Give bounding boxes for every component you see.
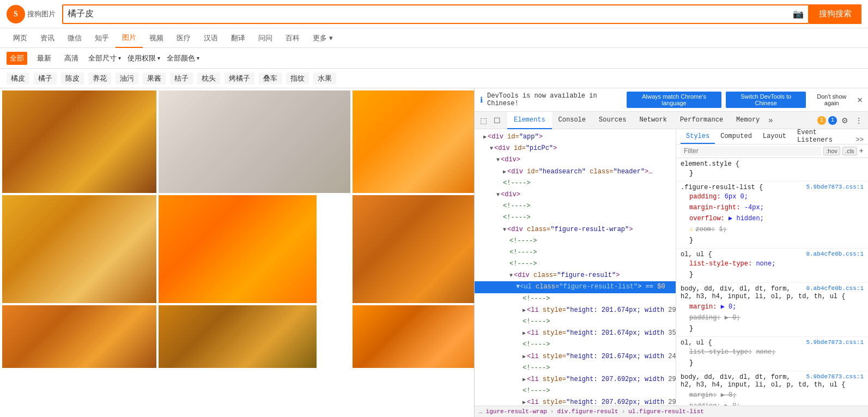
- el-comment-9[interactable]: <!---->: [475, 339, 676, 350]
- dont-show-button[interactable]: Don't show again: [810, 93, 853, 106]
- el-div-app[interactable]: ▶<div id="app">: [475, 131, 676, 143]
- tag-5[interactable]: 果酱 352.09 × 201.67: [143, 72, 166, 84]
- image-item[interactable]: [2, 90, 156, 193]
- image-item[interactable]: [159, 90, 350, 193]
- switch-language-button[interactable]: Switch DevTools to Chinese: [726, 92, 806, 108]
- filter-latest[interactable]: 最新: [34, 52, 54, 65]
- tag-0[interactable]: 橘皮: [7, 72, 29, 84]
- css-source[interactable]: 0.ab4cfe0b.css:1: [806, 251, 864, 258]
- more-options-icon[interactable]: ⋮: [853, 115, 865, 126]
- settings-icon[interactable]: ⚙: [839, 115, 851, 126]
- el-comment-6[interactable]: <!---->: [475, 258, 676, 270]
- search-input[interactable]: 橘子皮: [63, 9, 788, 19]
- breadcrumb-ul-figure-result-list[interactable]: ul.figure-result-list: [628, 408, 704, 415]
- el-div-figure-result[interactable]: ▼<div class="figure-result">: [475, 270, 676, 281]
- image-item[interactable]: [353, 90, 474, 193]
- el-comment-2[interactable]: <!---->: [475, 201, 676, 212]
- subtab-computed[interactable]: Computed: [715, 130, 757, 144]
- search-button[interactable]: 搜狗搜索: [809, 4, 861, 24]
- tag-1[interactable]: 橘子: [34, 72, 57, 84]
- el-comment-10[interactable]: <!---->: [475, 362, 676, 374]
- tab-video[interactable]: 视频: [143, 28, 170, 48]
- image-item[interactable]: ✏: [353, 195, 474, 303]
- image-item[interactable]: [353, 305, 474, 368]
- more-tabs[interactable]: »: [768, 116, 773, 125]
- tab-sources[interactable]: Sources: [592, 112, 633, 129]
- image-item[interactable]: [159, 195, 317, 303]
- tab-performance[interactable]: Performance: [673, 112, 730, 129]
- css-source[interactable]: 5.9bde7873.css:1: [806, 184, 864, 191]
- el-li-5[interactable]: ▶<li style="height: 207.692px; width 296…: [475, 397, 676, 406]
- camera-button[interactable]: 📷: [788, 9, 808, 19]
- tag-6[interactable]: 桔子: [170, 72, 193, 84]
- image-item[interactable]: [159, 305, 317, 368]
- tag-9[interactable]: 叠车: [259, 72, 282, 84]
- el-div-picpc[interactable]: ▼<div id="picPc">: [475, 143, 676, 154]
- css-rule-body-etc-2: body, dd, div, dl, dt, form, 5.9bde7873.…: [676, 371, 868, 406]
- tab-more[interactable]: 更多 ▾: [306, 28, 339, 48]
- subtab-event-listeners[interactable]: Event Listeners: [792, 130, 854, 144]
- tab-medical[interactable]: 医疗: [170, 28, 197, 48]
- filter-rights[interactable]: 使用权限: [128, 53, 160, 63]
- el-li-2[interactable]: ▶<li style="height: 201.674px; width 352…: [475, 328, 676, 339]
- tab-wiki[interactable]: 百科: [279, 28, 306, 48]
- el-li-3[interactable]: ▶<li style="height: 201.674px; width 243…: [475, 351, 676, 362]
- css-source[interactable]: 5.9bde7873.css:1: [806, 339, 864, 347]
- tab-chinese[interactable]: 汉语: [197, 28, 224, 48]
- tag-7[interactable]: 枕头: [197, 72, 220, 84]
- el-comment-7[interactable]: <!---->: [475, 293, 676, 305]
- tag-2[interactable]: 陈皮: [61, 72, 84, 84]
- tab-ask[interactable]: 问问: [252, 28, 279, 48]
- subtab-styles[interactable]: Styles: [681, 130, 715, 144]
- el-li-4[interactable]: ▶<li style="height: 207.692px; width 297…: [475, 374, 676, 385]
- tab-memory[interactable]: Memory: [730, 112, 766, 129]
- inspect-icon[interactable]: ⬚: [478, 115, 489, 126]
- tab-zhihu[interactable]: 知乎: [88, 28, 116, 48]
- tab-images[interactable]: 图片: [116, 28, 143, 48]
- el-div-figure-result-wrap[interactable]: ▼<div class="figure-result-wrap">: [475, 224, 676, 235]
- el-comment-11[interactable]: <!---->: [475, 385, 676, 397]
- styles-filter-input[interactable]: [681, 146, 821, 156]
- image-item[interactable]: [2, 195, 156, 303]
- cls-button[interactable]: .cls: [842, 147, 857, 155]
- css-source[interactable]: 0.ab4cfe0b.css:1: [806, 285, 864, 293]
- tab-news[interactable]: 资讯: [34, 28, 61, 48]
- css-source[interactable]: 5.9bde7873.css:1: [806, 373, 864, 381]
- breadcrumb-figure-result-wrap[interactable]: igure-result-wrap: [486, 408, 547, 415]
- filter-color[interactable]: 全部颜色: [167, 53, 199, 63]
- filter-hd[interactable]: 高清: [61, 52, 82, 65]
- tab-wechat[interactable]: 微信: [61, 28, 88, 48]
- el-comment-3[interactable]: <!---->: [475, 212, 676, 223]
- tag-3[interactable]: 养花: [88, 72, 111, 84]
- filter-size[interactable]: 全部尺寸: [88, 53, 121, 63]
- el-div-inner2[interactable]: ▼<div>: [475, 189, 676, 201]
- more-subtabs[interactable]: >>: [856, 136, 864, 144]
- tag-4[interactable]: 油污: [116, 72, 138, 84]
- el-comment-4[interactable]: <!---->: [475, 235, 676, 247]
- el-comment-8[interactable]: <!---->: [475, 316, 676, 328]
- el-div-inner[interactable]: ▼<div>: [475, 154, 676, 166]
- css-closing-brace: }: [681, 168, 864, 179]
- close-button[interactable]: ✕: [857, 94, 863, 105]
- tag-8[interactable]: 烤橘子: [224, 72, 254, 84]
- tab-console[interactable]: Console: [552, 112, 592, 129]
- image-item[interactable]: [2, 305, 156, 368]
- tab-network[interactable]: Network: [633, 112, 673, 129]
- pseudo-button[interactable]: :hov: [823, 147, 840, 155]
- add-rule-button[interactable]: +: [859, 147, 864, 155]
- el-comment-1[interactable]: <!---->: [475, 178, 676, 189]
- device-icon[interactable]: ☐: [491, 115, 503, 126]
- el-ul-figure-result-list[interactable]: ▼<ul class="figure-result-list"> == $0: [475, 281, 676, 293]
- breadcrumb-div-figure-result[interactable]: div.figure-result: [557, 408, 618, 415]
- el-div-headsearch[interactable]: ▶<div id="headsearch" class="header">…: [475, 166, 676, 178]
- tag-11[interactable]: 水果: [313, 72, 336, 84]
- tab-translate[interactable]: 翻译: [224, 28, 252, 48]
- match-language-button[interactable]: Always match Chrome's language: [627, 92, 721, 108]
- tab-webpage[interactable]: 网页: [7, 28, 34, 48]
- el-li-1[interactable]: ▶<li style="height: 201.674px; width 292…: [475, 305, 676, 316]
- filter-all[interactable]: 全部: [7, 52, 27, 65]
- tag-10[interactable]: 指纹: [286, 72, 309, 84]
- el-comment-5[interactable]: <!---->: [475, 247, 676, 258]
- subtab-layout[interactable]: Layout: [757, 130, 792, 144]
- tab-elements[interactable]: Elements: [507, 112, 552, 129]
